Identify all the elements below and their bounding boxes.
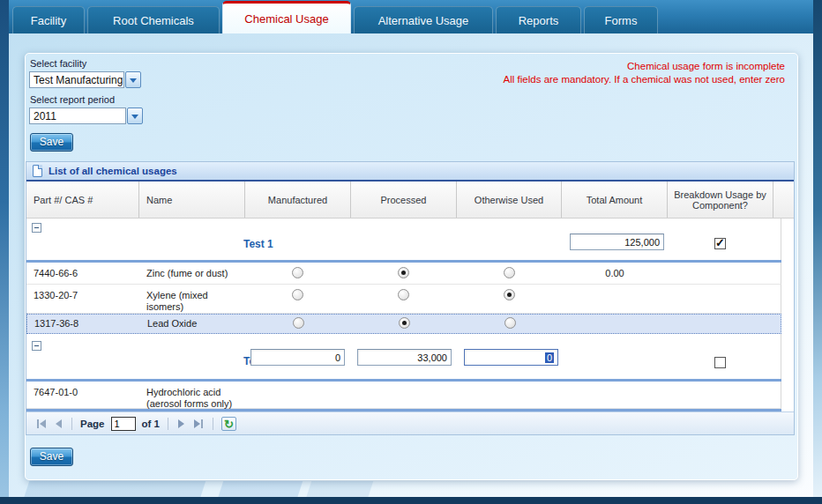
column-header-total-amount: Total Amount <box>562 182 668 218</box>
otherwise-used-radio[interactable] <box>504 317 516 329</box>
name-cell: Xylene (mixed isomers) <box>146 290 238 313</box>
tab-alternative-usage[interactable]: Alternative Usage <box>354 6 493 33</box>
validation-message-line2: All fields are mandatory. If a chemical … <box>504 73 785 86</box>
document-icon <box>33 165 42 177</box>
app-window: Facility Root Chemicals Chemical Usage A… <box>0 0 822 504</box>
column-header-otherwise-used: Otherwise Used <box>457 182 562 218</box>
grid-title: List of all chemical usages <box>49 166 177 176</box>
group-separator <box>26 409 781 411</box>
column-header-manufactured: Manufactured <box>245 182 351 218</box>
collapse-minus-icon[interactable] <box>32 341 41 351</box>
validation-messages: Chemical usage form is incomplete All fi… <box>504 60 785 86</box>
chemical-usages-grid: List of all chemical usages Part #/ CAS … <box>26 161 795 435</box>
background-decoration <box>24 481 206 499</box>
group-label: Test 1 <box>243 238 273 250</box>
page-of-label: of 1 <box>142 419 160 429</box>
table-row-lead-oxide[interactable]: 1317-36-8 Lead Oxide <box>26 314 781 334</box>
tab-root-chemicals[interactable]: Root Chemicals <box>87 6 220 33</box>
first-page-icon[interactable] <box>35 418 48 430</box>
processed-radio[interactable] <box>399 317 410 329</box>
column-header-name: Name <box>139 182 245 218</box>
group2-otherwise-used-input[interactable]: 0 <box>464 349 558 366</box>
facility-select[interactable]: Test Manufacturing Facilit <box>29 71 141 88</box>
pager-divider <box>168 418 168 430</box>
grid-body: Test 1 7440-66-6 Zinc (fume or dust) 0.0… <box>26 219 794 411</box>
window-left-border <box>0 0 9 504</box>
grid-title-bar: List of all chemical usages <box>26 162 794 182</box>
tab-chemical-usage[interactable]: Chemical Usage <box>222 1 351 33</box>
table-row-zinc[interactable]: 7440-66-6 Zinc (fume or dust) 0.00 <box>26 263 781 285</box>
collapse-minus-icon[interactable] <box>32 223 41 233</box>
group1-total-amount-input[interactable] <box>570 233 664 250</box>
manufactured-radio[interactable] <box>292 289 303 300</box>
grid-pager: Page of 1 ↻ <box>26 411 794 434</box>
group2-manufactured-input[interactable] <box>250 349 345 366</box>
page-label: Page <box>80 419 105 429</box>
manufactured-radio[interactable] <box>292 267 303 278</box>
table-row-hydrochloric[interactable]: 7647-01-0 Hydrochloric acid (aerosol for… <box>26 382 781 409</box>
cas-cell: 7440-66-6 <box>34 268 78 278</box>
report-period-label: Select report period <box>30 94 115 105</box>
manufactured-radio[interactable] <box>293 317 304 329</box>
group2-processed-input[interactable] <box>357 349 452 366</box>
processed-radio[interactable] <box>398 289 409 300</box>
window-bottom-border <box>0 497 822 504</box>
pager-divider <box>71 418 72 430</box>
tab-bar: Facility Root Chemicals Chemical Usage A… <box>0 0 822 33</box>
processed-radio[interactable] <box>398 267 409 278</box>
chevron-down-icon[interactable] <box>125 71 141 88</box>
selected-text: 0 <box>545 352 554 363</box>
group2-breakdown-checkbox[interactable] <box>714 357 726 368</box>
column-header-part-cas: Part #/ CAS # <box>26 182 139 218</box>
last-page-icon[interactable] <box>192 418 205 430</box>
next-page-icon[interactable] <box>176 418 186 430</box>
column-header-processed: Processed <box>351 182 457 218</box>
column-header-filler <box>773 182 794 218</box>
group1-breakdown-checkbox[interactable] <box>714 238 726 249</box>
tab-reports[interactable]: Reports <box>496 6 581 33</box>
report-period-select-value[interactable]: 2011 <box>29 107 126 124</box>
facility-select-value[interactable]: Test Manufacturing Facilit <box>29 71 124 88</box>
table-row-xylene[interactable]: 1330-20-7 Xylene (mixed isomers) <box>26 285 781 314</box>
tab-facility[interactable]: Facility <box>12 6 85 33</box>
page-number-input[interactable] <box>111 417 136 431</box>
otherwise-used-radio[interactable] <box>504 289 515 300</box>
save-button-top[interactable]: Save <box>30 133 73 152</box>
refresh-icon[interactable]: ↻ <box>221 417 236 431</box>
background-decoration <box>306 481 373 499</box>
otherwise-used-radio[interactable] <box>504 267 515 278</box>
grid-column-headers: Part #/ CAS # Name Manufactured Processe… <box>26 182 794 219</box>
total-amount-cell: 0.00 <box>562 268 668 278</box>
content-panel: Select facility Test Manufacturing Facil… <box>25 53 798 480</box>
report-period-select[interactable]: 2011 <box>29 107 143 124</box>
chevron-down-icon[interactable] <box>127 107 143 124</box>
save-button-bottom[interactable]: Save <box>30 448 73 466</box>
cas-cell: 7647-01-0 <box>34 387 78 397</box>
name-cell: Lead Oxide <box>147 318 239 330</box>
tab-forms[interactable]: Forms <box>584 6 658 33</box>
pager-divider <box>213 418 213 430</box>
name-cell: Zinc (fume or dust) <box>146 268 238 279</box>
facility-label: Select facility <box>30 58 86 69</box>
cas-cell: 1317-36-8 <box>34 318 78 329</box>
group-row-test2: Test 2 0 <box>26 334 781 379</box>
column-header-breakdown: Breakdown Usage by Component? <box>668 182 773 218</box>
background-decoration <box>218 481 303 499</box>
name-cell: Hydrochloric acid (aerosol forms only) <box>146 387 252 410</box>
group-row-test1: Test 1 <box>26 219 781 260</box>
validation-message-line1: Chemical usage form is incomplete <box>504 60 785 73</box>
cas-cell: 1330-20-7 <box>34 290 78 300</box>
prev-page-icon[interactable] <box>54 418 64 430</box>
window-right-border <box>813 0 822 504</box>
